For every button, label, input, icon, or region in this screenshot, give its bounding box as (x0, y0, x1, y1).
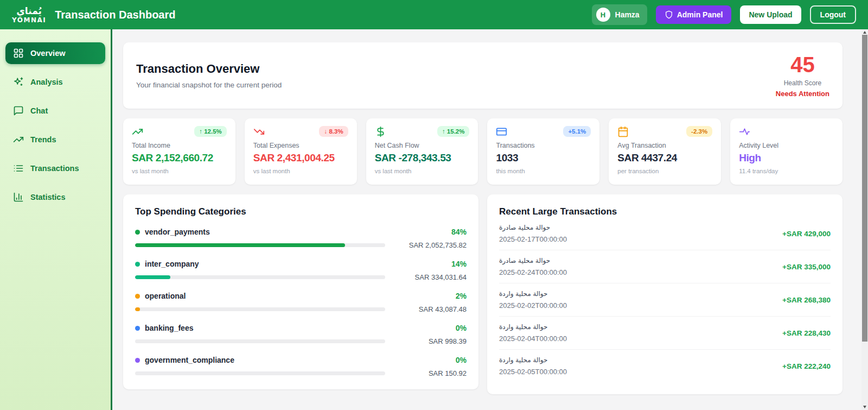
kpi-sub: vs last month (253, 168, 348, 174)
new-upload-button[interactable]: New Upload (740, 5, 801, 24)
category-bar (135, 307, 385, 311)
category-dot (135, 294, 140, 299)
change-badge: ↑ 12.5% (194, 126, 227, 137)
logout-label: Logout (820, 10, 846, 19)
kpi-card-total-expenses: ↓ 8.3% Total Expenses SAR 2,431,004.25 v… (245, 118, 357, 185)
sidebar: Overview Analysis Chat Trends Transactio… (0, 29, 112, 410)
kpi-card-avg-transaction: -2.3% Avg Transaction SAR 4437.24 per tr… (609, 118, 721, 185)
kpi-value: SAR 2,431,004.25 (253, 152, 348, 164)
category-row: inter_company 14% SAR 334,031.64 (135, 260, 467, 281)
sidebar-item-analysis[interactable]: Analysis (5, 71, 105, 93)
transaction-row: حوالة محلية واردة 2025-02-02T00:00:00 +S… (499, 283, 831, 317)
transaction-date: 2025-02-04T00:00:00 (499, 335, 567, 343)
category-name: government_compliance (145, 356, 234, 364)
spending-title: Top Spending Categories (135, 206, 467, 217)
credit-card-icon (496, 126, 507, 137)
dollar-sign-icon (375, 126, 386, 137)
category-amount: SAR 150.92 (396, 369, 467, 377)
transaction-overview-card: Transaction Overview Your financial snap… (123, 42, 843, 109)
sidebar-item-statistics[interactable]: Statistics (5, 186, 105, 208)
sidebar-item-transactions[interactable]: Transactions (5, 157, 105, 179)
list-icon (13, 163, 24, 174)
kpi-card-transactions: +5.1% Transactions 1033 this month (487, 118, 599, 185)
sidebar-item-label: Transactions (30, 164, 79, 173)
logo-arabic-text: يُمناي (16, 7, 42, 16)
category-row: operational 2% SAR 43,087.48 (135, 292, 467, 313)
sidebar-item-overview[interactable]: Overview (5, 42, 105, 64)
transaction-dashboard-app: يُمناي YOMNAI Transaction Dashboard H Ha… (0, 0, 868, 410)
sidebar-item-label: Chat (30, 106, 48, 115)
sidebar-item-label: Statistics (30, 193, 65, 201)
health-score-label: Health Score (776, 79, 829, 87)
transaction-name: حوالة محلية صادرة (499, 224, 567, 231)
transaction-amount: +SAR 268,380 (782, 296, 831, 304)
transaction-row: حوالة محلية صادرة 2025-02-17T00:00:00 +S… (499, 217, 831, 250)
transaction-name: حوالة محلية صادرة (499, 257, 567, 264)
admin-panel-button[interactable]: Admin Panel (656, 5, 732, 24)
kpi-sub: per transaction (617, 168, 712, 174)
calendar-icon (617, 126, 629, 137)
health-score-status: Needs Attention (776, 90, 829, 98)
health-score-value: 45 (776, 54, 829, 75)
main-content: Transaction Overview Your financial snap… (112, 29, 868, 410)
bottom-panels: Top Spending Categories vendor_payments … (123, 194, 843, 394)
category-percent: 0% (396, 356, 467, 364)
category-bar (135, 275, 385, 279)
change-badge: +5.1% (563, 126, 591, 137)
sidebar-item-chat[interactable]: Chat (5, 100, 105, 122)
logout-button[interactable]: Logout (810, 5, 856, 24)
kpi-label: Avg Transaction (617, 142, 712, 149)
category-amount: SAR 334,031.64 (396, 273, 467, 281)
kpi-sub: vs last month (375, 168, 470, 174)
vertical-scrollbar[interactable] (861, 29, 868, 410)
trending-up-icon (132, 126, 143, 137)
trending-up-icon (13, 134, 24, 145)
kpi-card-activity-level: Activity Level High 11.4 trans/day (730, 118, 843, 185)
scroll-up-arrow[interactable] (863, 31, 866, 34)
page-subtitle: Your financial snapshot for the current … (136, 81, 282, 89)
category-bar (135, 243, 385, 247)
layout-grid-icon (13, 48, 24, 59)
category-dot (135, 326, 140, 331)
change-badge: ↑ 15.2% (437, 126, 470, 137)
message-square-icon (13, 105, 24, 116)
kpi-card-net-cash-flow: ↑ 15.2% Net Cash Flow SAR -278,343.53 vs… (366, 118, 478, 185)
category-bar-fill (135, 275, 170, 279)
kpi-value: SAR -278,343.53 (375, 152, 470, 164)
transaction-date: 2025-02-02T00:00:00 (499, 301, 567, 310)
new-upload-label: New Upload (749, 10, 792, 19)
category-percent: 84% (396, 228, 467, 236)
kpi-label: Total Expenses (253, 142, 348, 149)
kpi-row: ↑ 12.5% Total Income SAR 2,152,660.72 vs… (123, 118, 843, 185)
page-title: Transaction Overview (136, 62, 282, 76)
app-title: Transaction Dashboard (55, 9, 175, 21)
scroll-down-arrow[interactable] (863, 406, 866, 408)
scrollbar-thumb[interactable] (862, 35, 867, 342)
category-name: vendor_payments (145, 228, 210, 236)
activity-icon (739, 126, 750, 137)
kpi-sub: vs last month (132, 168, 227, 174)
category-percent: 2% (396, 292, 467, 300)
sidebar-item-label: Analysis (30, 78, 63, 86)
user-chip[interactable]: H Hamza (592, 4, 647, 25)
category-row: vendor_payments 84% SAR 2,052,735.82 (135, 228, 467, 249)
sidebar-item-trends[interactable]: Trends (5, 129, 105, 150)
sidebar-item-label: Overview (30, 49, 66, 58)
transaction-row: حوالة محلية صادرة 2025-02-24T00:00:00 +S… (499, 250, 831, 283)
category-amount: SAR 43,087.48 (396, 305, 467, 313)
category-dot (135, 262, 140, 267)
kpi-value: 1033 (496, 152, 591, 164)
transaction-date: 2025-02-05T00:00:00 (499, 368, 567, 376)
user-name: Hamza (615, 10, 640, 19)
kpi-value: High (739, 152, 834, 164)
category-bar-fill (135, 243, 345, 247)
kpi-label: Total Income (132, 142, 227, 149)
sparkles-icon (13, 77, 24, 87)
admin-panel-label: Admin Panel (677, 10, 723, 19)
category-amount: SAR 2,052,735.82 (396, 241, 467, 249)
category-row: government_compliance 0% SAR 150.92 (135, 356, 467, 377)
transaction-amount: +SAR 222,240 (782, 362, 831, 370)
transaction-row: حوالة محلية واردة 2025-02-04T00:00:00 +S… (499, 317, 831, 350)
kpi-sub: 11.4 trans/day (739, 168, 834, 174)
transaction-amount: +SAR 335,000 (782, 263, 831, 271)
